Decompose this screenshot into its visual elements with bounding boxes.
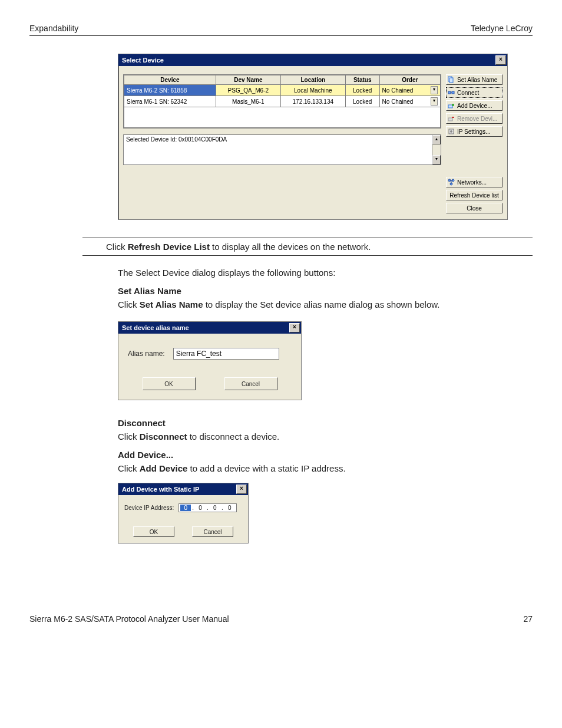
ok-button[interactable]: OK bbox=[143, 377, 196, 390]
ip-octet-2[interactable]: 0 bbox=[195, 505, 206, 511]
select-device-dialog: Select Device × Device Dev Name Location… bbox=[118, 54, 508, 220]
remove-device-button: Remove Devi... bbox=[446, 113, 503, 124]
ok-button[interactable]: OK bbox=[133, 526, 174, 537]
footer-right: 27 bbox=[523, 614, 533, 624]
cell-dev-name: PSG_QA_M6-2 bbox=[216, 85, 280, 96]
device-table: Device Dev Name Location Status Order Si… bbox=[123, 74, 441, 129]
cancel-button[interactable]: Cancel bbox=[192, 526, 233, 537]
alias-name-input[interactable] bbox=[173, 348, 279, 360]
selected-device-label: Selected Device Id: 0x00104C00F0DA bbox=[126, 136, 227, 143]
button-label: OK bbox=[164, 381, 173, 387]
cell-location: Local Machine bbox=[280, 85, 345, 96]
close-icon[interactable]: × bbox=[289, 323, 300, 332]
button-label: Connect bbox=[457, 90, 479, 96]
order-value: No Chained bbox=[382, 87, 414, 94]
button-label: Refresh Device list bbox=[449, 192, 498, 199]
alias-name-label: Alias name: bbox=[128, 350, 165, 358]
tag-icon bbox=[448, 76, 455, 83]
header-right: Teledyne LeCroy bbox=[471, 24, 533, 33]
connect-icon bbox=[448, 89, 455, 96]
cancel-button[interactable]: Cancel bbox=[224, 377, 277, 390]
button-label: Close bbox=[467, 205, 482, 212]
order-value: No Chained bbox=[382, 98, 414, 105]
instruction-bar: Click Refresh Device List to display all… bbox=[82, 238, 533, 256]
disconnect-heading: Disconnect bbox=[118, 418, 503, 428]
cell-order[interactable]: No Chained ▾ bbox=[379, 85, 440, 96]
selected-device-box: Selected Device Id: 0x00104C00F0DA ▴ ▾ bbox=[123, 134, 441, 165]
ip-address-label: Device IP Address: bbox=[124, 505, 174, 511]
table-header-row: Device Dev Name Location Status Order bbox=[124, 75, 441, 85]
header-left: Expandability bbox=[29, 24, 78, 33]
add-device-dialog: Add Device with Static IP × Device IP Ad… bbox=[118, 483, 249, 543]
col-dev-name[interactable]: Dev Name bbox=[216, 75, 280, 85]
ip-address-input[interactable]: 0 . 0 . 0 . 0 bbox=[178, 503, 236, 512]
add-device-body: Click Add Device to add a device with a … bbox=[118, 463, 503, 473]
dot-icon: . bbox=[192, 505, 194, 511]
button-label: Cancel bbox=[203, 529, 222, 535]
close-icon[interactable]: × bbox=[495, 55, 506, 65]
select-device-title: Select Device bbox=[122, 57, 164, 64]
button-label: IP Settings... bbox=[457, 129, 491, 135]
ip-octet-4[interactable]: 0 bbox=[224, 505, 235, 511]
cell-status: Locked bbox=[345, 85, 379, 96]
text: to display all the devices on the networ… bbox=[210, 242, 371, 252]
dot-icon: . bbox=[207, 505, 209, 511]
connect-button[interactable]: Connect bbox=[446, 87, 503, 98]
button-label: Networks... bbox=[457, 179, 487, 186]
add-device-button[interactable]: Add Device... bbox=[446, 100, 503, 111]
scroll-up-icon[interactable]: ▴ bbox=[432, 135, 441, 144]
col-location[interactable]: Location bbox=[280, 75, 345, 85]
networks-button[interactable]: Networks... bbox=[446, 177, 503, 187]
bold-text: Refresh Device List bbox=[128, 242, 210, 252]
cell-dev-name: Masis_M6-1 bbox=[216, 96, 280, 107]
set-alias-dialog: Set device alias name × Alias name: OK C… bbox=[118, 321, 302, 400]
ip-octet-3[interactable]: 0 bbox=[210, 505, 220, 511]
set-alias-dialog-title: Set device alias name bbox=[122, 324, 189, 331]
add-icon bbox=[448, 102, 455, 109]
set-alias-titlebar: Set device alias name × bbox=[118, 322, 301, 334]
settings-icon bbox=[448, 128, 455, 135]
col-order[interactable]: Order bbox=[379, 75, 440, 85]
chevron-down-icon[interactable]: ▾ bbox=[431, 97, 438, 106]
select-device-titlebar: Select Device × bbox=[118, 54, 507, 66]
svg-point-11 bbox=[450, 130, 452, 133]
add-device-heading: Add Device... bbox=[118, 450, 503, 460]
set-alias-body: Click Set Alias Name to display the Set … bbox=[118, 299, 503, 309]
scrollbar[interactable]: ▴ ▾ bbox=[432, 135, 441, 164]
remove-icon bbox=[448, 115, 455, 122]
page-footer: Sierra M6-2 SAS/SATA Protocol Analyzer U… bbox=[29, 614, 533, 624]
intro-text: The Select Device dialog displays the fo… bbox=[118, 268, 503, 278]
footer-left: Sierra M6-2 SAS/SATA Protocol Analyzer U… bbox=[29, 614, 229, 624]
page-header: Expandability Teledyne LeCroy bbox=[29, 24, 533, 36]
disconnect-body: Click Disconnect to disconnect a device. bbox=[118, 431, 503, 442]
scroll-down-icon[interactable]: ▾ bbox=[432, 155, 441, 164]
cell-device: Sierra M6-1 SN: 62342 bbox=[124, 96, 216, 107]
add-device-dialog-title: Add Device with Static IP bbox=[122, 486, 199, 493]
col-device[interactable]: Device bbox=[124, 75, 216, 85]
table-row[interactable]: Sierra M6-2 SN: 61858 PSG_QA_M6-2 Local … bbox=[124, 85, 441, 96]
cell-status: Locked bbox=[345, 96, 379, 107]
text: Click bbox=[106, 242, 128, 252]
svg-rect-3 bbox=[452, 91, 454, 94]
dot-icon: . bbox=[222, 505, 223, 511]
close-button[interactable]: Close bbox=[446, 203, 503, 213]
set-alias-name-button[interactable]: Set Alias Name bbox=[446, 74, 503, 85]
refresh-device-list-button[interactable]: Refresh Device list bbox=[446, 190, 503, 200]
network-icon bbox=[448, 179, 455, 186]
table-filler bbox=[124, 107, 441, 128]
cell-location: 172.16.133.134 bbox=[280, 96, 345, 107]
button-label: Add Device... bbox=[457, 103, 492, 109]
button-label: OK bbox=[150, 529, 158, 535]
close-icon[interactable]: × bbox=[236, 485, 247, 494]
svg-rect-1 bbox=[449, 78, 453, 83]
table-row[interactable]: Sierra M6-1 SN: 62342 Masis_M6-1 172.16.… bbox=[124, 96, 441, 107]
col-status[interactable]: Status bbox=[345, 75, 379, 85]
set-alias-heading: Set Alias Name bbox=[118, 286, 503, 296]
cell-order[interactable]: No Chained ▾ bbox=[379, 96, 440, 107]
svg-rect-5 bbox=[448, 105, 452, 108]
cell-device: Sierra M6-2 SN: 61858 bbox=[124, 85, 216, 96]
ip-settings-button[interactable]: IP Settings... bbox=[446, 126, 503, 137]
ip-octet-1[interactable]: 0 bbox=[180, 505, 191, 511]
chevron-down-icon[interactable]: ▾ bbox=[431, 86, 438, 94]
svg-rect-2 bbox=[448, 91, 451, 94]
